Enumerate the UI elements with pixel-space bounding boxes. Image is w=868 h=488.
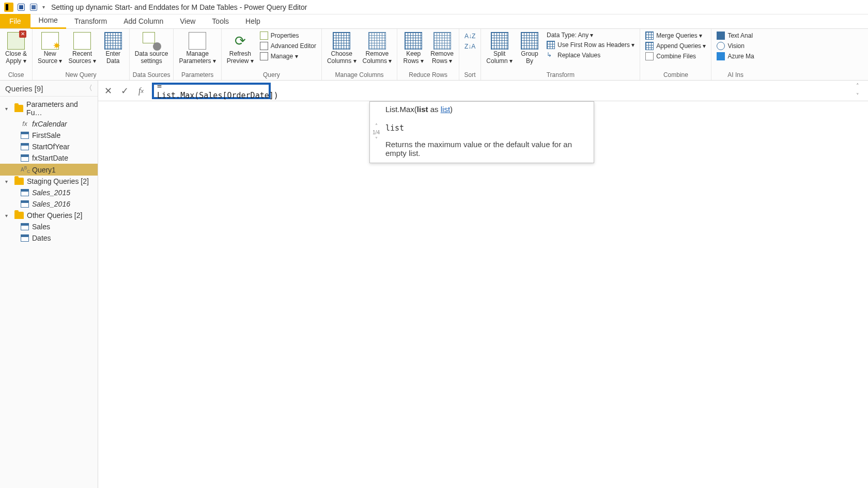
manage-parameters-button[interactable]: Manage Parameters ▾ <box>177 30 218 66</box>
manage-parameters-label: Manage Parameters ▾ <box>179 51 215 65</box>
group-by-icon <box>521 32 538 50</box>
azure-ml-button[interactable]: Azure Ma <box>716 52 755 61</box>
new-source-button[interactable]: ✷ New Source ▾ <box>36 30 64 66</box>
table-icon <box>21 154 29 162</box>
group-by-button[interactable]: Group By <box>517 30 542 66</box>
query-sales-2016[interactable]: Sales_2016 <box>0 198 98 210</box>
chevron-down-icon[interactable]: ˅ <box>375 136 378 142</box>
query-fxcalendar[interactable]: fx fxCalendar <box>0 118 98 130</box>
query-query1[interactable]: ABC Query1 <box>0 164 98 176</box>
group-data-sources: Data source settings Data Sources <box>130 29 174 80</box>
close-apply-button[interactable]: ✕ Close & Apply ▾ <box>3 30 29 66</box>
table-icon <box>21 132 29 139</box>
query-sales-label: Sales <box>32 223 50 231</box>
text-type-icon: ABC <box>21 165 29 174</box>
save-icon[interactable] <box>29 3 38 12</box>
group-sort-label: Sort <box>462 70 477 80</box>
vision-button[interactable]: Vision <box>716 41 755 51</box>
append-queries-button[interactable]: Append Queries ▾ <box>644 41 707 51</box>
sort-asc-button[interactable]: A↓Z <box>463 32 476 40</box>
group-reduce-rows-label: Reduce Rows <box>400 70 456 80</box>
keep-rows-button[interactable]: Keep Rows ▾ <box>400 30 426 66</box>
properties-button[interactable]: Properties <box>259 31 317 40</box>
folder-other[interactable]: ▾ Other Queries [2] <box>0 210 98 221</box>
content-area: Queries [9] 〈 ▾ Parameters and Fu… fx fx… <box>0 81 868 488</box>
tab-add-column[interactable]: Add Column <box>115 14 172 28</box>
combine-files-button[interactable]: Combine Files <box>644 52 707 61</box>
remove-columns-button[interactable]: Remove Columns ▾ <box>361 30 394 66</box>
replace-values-button[interactable]: ↳ Replace Values <box>546 51 636 60</box>
commit-formula-button[interactable]: ✓ <box>119 85 130 97</box>
save-icon[interactable] <box>17 3 26 12</box>
editor-area: ✕ ✓ fx = List.Max(Sales[OrderDate]) ˄ ˅ … <box>98 81 868 488</box>
tooltip-sig-post: ) <box>450 105 453 114</box>
sort-desc-button[interactable]: Z↓A <box>463 42 476 51</box>
recent-sources-button[interactable]: Recent Sources ▾ <box>66 30 98 66</box>
formula-input-highlight: = List.Max(Sales[OrderDate]) <box>152 83 271 99</box>
manage-query-label: Manage ▾ <box>271 53 298 60</box>
remove-rows-button[interactable]: Remove Rows ▾ <box>428 30 456 66</box>
query-sales[interactable]: Sales <box>0 221 98 232</box>
folder-other-label: Other Queries [2] <box>27 211 82 219</box>
recent-sources-icon <box>73 32 91 50</box>
query-firstsale[interactable]: FirstSale <box>0 130 98 141</box>
advanced-editor-button[interactable]: Advanced Editor <box>259 41 317 51</box>
replace-values-label: Replace Values <box>557 52 600 59</box>
remove-columns-label: Remove Columns ▾ <box>363 51 392 65</box>
tab-transform[interactable]: Transform <box>66 14 115 28</box>
chevron-up-icon[interactable]: ˄ <box>375 123 378 129</box>
split-column-button[interactable]: Split Column ▾ <box>484 30 515 66</box>
tooltip-sig-type: list <box>441 105 450 114</box>
tab-tools[interactable]: Tools <box>204 14 237 28</box>
tab-help[interactable]: Help <box>237 14 269 28</box>
manage-query-button[interactable]: Manage ▾ <box>259 52 317 61</box>
query-dates[interactable]: Dates <box>0 232 98 244</box>
formula-input[interactable]: = List.Max(Sales[OrderDate]) <box>157 82 266 100</box>
table-icon <box>21 200 29 208</box>
choose-columns-icon <box>333 32 350 50</box>
qat-dropdown-icon[interactable]: ▾ <box>41 4 46 10</box>
folder-parameters[interactable]: ▾ Parameters and Fu… <box>0 99 98 118</box>
queries-header[interactable]: Queries [9] 〈 <box>0 81 98 97</box>
folder-staging-label: Staging Queries [2] <box>27 177 89 185</box>
query-fxstartdate-label: fxStartDate <box>32 154 68 162</box>
replace-values-icon: ↳ <box>547 51 555 59</box>
tooltip-param: list <box>385 123 588 133</box>
fx-icon[interactable]: fx <box>135 85 147 97</box>
folder-staging[interactable]: ▾ Staging Queries [2] <box>0 176 98 187</box>
tooltip-sig-pre: List.Max( <box>385 105 417 114</box>
group-ai-insights: Text Anal Vision Azure Ma AI Ins <box>711 29 759 80</box>
tab-view[interactable]: View <box>172 14 204 28</box>
refresh-preview-button[interactable]: ⟳ Refresh Preview ▾ <box>225 30 256 66</box>
merge-queries-button[interactable]: Merge Queries ▾ <box>644 31 707 40</box>
cancel-formula-button[interactable]: ✕ <box>102 85 114 97</box>
queries-tree: ▾ Parameters and Fu… fx fxCalendar First… <box>0 97 98 488</box>
window-title: Setting up dynamic Start- and Enddates f… <box>51 3 307 11</box>
formula-expand[interactable]: ˄ ˅ <box>854 83 862 99</box>
query-sales-2015[interactable]: Sales_2015 <box>0 187 98 198</box>
close-apply-label: Close & Apply ▾ <box>5 51 27 65</box>
collapse-icon[interactable]: 〈 <box>85 84 92 93</box>
text-analytics-button[interactable]: Text Anal <box>716 31 755 40</box>
group-combine: Merge Queries ▾ Append Queries ▾ Combine… <box>640 29 711 80</box>
query-sales-2015-label: Sales_2015 <box>32 188 70 197</box>
query-startofyear[interactable]: StartOfYear <box>0 141 98 152</box>
remove-columns-icon <box>368 32 386 50</box>
tab-home[interactable]: Home <box>30 13 66 29</box>
tooltip-signature: List.Max(list as list) <box>385 105 588 114</box>
azure-ml-icon <box>717 52 725 60</box>
choose-columns-button[interactable]: Choose Columns ▾ <box>325 30 359 66</box>
first-row-headers-button[interactable]: Use First Row as Headers ▾ <box>546 40 636 50</box>
manage-query-icon <box>260 52 268 60</box>
data-source-settings-button[interactable]: Data source settings <box>133 30 171 66</box>
tab-file[interactable]: File <box>0 14 30 28</box>
data-type-button[interactable]: Data Type: Any ▾ <box>546 31 636 39</box>
group-data-sources-label: Data Sources <box>133 70 171 80</box>
query-fxstartdate[interactable]: fxStartDate <box>0 152 98 164</box>
tooltip-description: Returns the maximum value or the default… <box>385 140 588 158</box>
tooltip-nav[interactable]: ˄ 1/4 ˅ <box>370 102 382 163</box>
menu-bar: File Home Transform Add Column View Tool… <box>0 14 868 29</box>
combine-files-label: Combine Files <box>656 53 696 60</box>
group-by-label: Group By <box>521 51 538 65</box>
enter-data-button[interactable]: Enter Data <box>100 30 126 66</box>
